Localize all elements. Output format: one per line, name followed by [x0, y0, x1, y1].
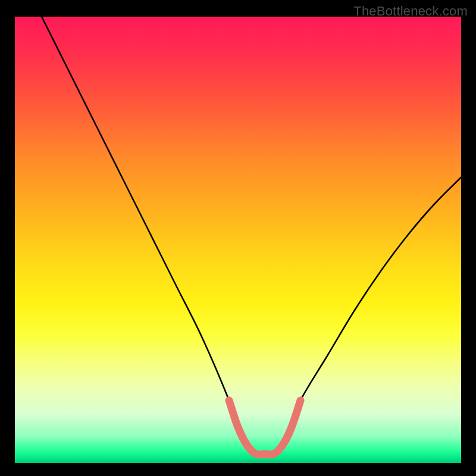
bottleneck-curve-line — [42, 17, 461, 455]
chart-plot-area — [15, 17, 461, 463]
watermark-text: TheBottleneck.com — [353, 4, 468, 19]
chart-svg — [15, 17, 461, 463]
optimal-zone-highlight — [229, 400, 300, 455]
